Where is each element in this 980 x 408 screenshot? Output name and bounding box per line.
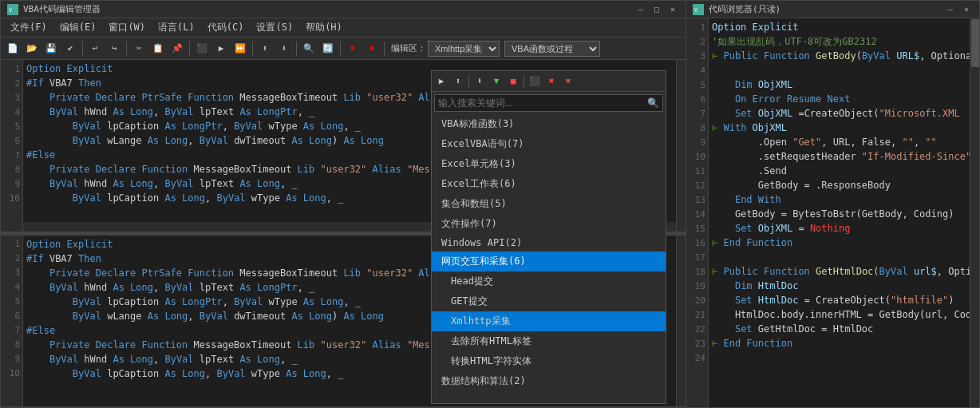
popup-tb-1[interactable]: ▶ (433, 73, 449, 89)
top-scrollbar-v[interactable] (676, 60, 686, 232)
cat-excel-vba[interactable]: ExcelVBA语句(7) (432, 134, 666, 154)
cat-excel-sheet[interactable]: Excel工作表(6) (432, 174, 666, 194)
r-line-9: .Open "Get", URL, False, "", "" (712, 135, 966, 149)
bottom-line-numbers: 1 2 3 4 5 6 7 8 9 10 (1, 236, 23, 407)
popup-tb-2[interactable]: ⬆ (450, 73, 466, 89)
search-input[interactable] (438, 97, 647, 109)
menu-help[interactable]: 帮助(H) (299, 19, 349, 37)
func-select[interactable]: VBA函数或过程 (504, 41, 600, 57)
bottom-scrollbar-v[interactable] (676, 236, 686, 407)
tb-insert[interactable]: ⬆ (256, 40, 274, 57)
right-title-bar: V 代码浏览器(只读) — ✕ (686, 1, 979, 18)
right-title-btns: — ✕ (944, 3, 973, 16)
tb-replace[interactable]: 🔄 (319, 40, 337, 57)
tb-cut[interactable]: ✂ (130, 40, 148, 57)
tb-search[interactable]: 🔍 (300, 40, 318, 57)
right-code-area: 1 2 3 4 5 6 7 8 9 10 11 12 13 14 15 16 1… (686, 18, 979, 407)
bottom-line-num-8: 8 (1, 338, 23, 352)
sub-xmlhttp[interactable]: Xmlhttp采集 (432, 311, 666, 331)
line-num-7: 7 (1, 148, 23, 162)
r-line-24 (712, 351, 966, 365)
tb-new[interactable]: 📄 (4, 40, 22, 57)
maximize-button[interactable]: □ (650, 3, 663, 16)
popup-tb-7[interactable]: ✖ (543, 73, 559, 89)
cat-vba-std[interactable]: VBA标准函数(3) (432, 114, 666, 134)
sub-get[interactable]: GET提交 (432, 291, 666, 311)
sub-convert-html[interactable]: 转换HTML字符实体 (432, 351, 666, 371)
tb-run[interactable]: ▶ (212, 40, 230, 57)
popup-panel: ▶ ⬆ ⬇ ▼ ■ ⬛ ✖ ✖ 🔍 VBA标准函数(3) ExcelVBA语句(… (431, 70, 666, 404)
line-num-8: 8 (1, 162, 23, 176)
tb-format[interactable]: ⬛ (193, 40, 211, 57)
menu-settings[interactable]: 设置(S) (250, 19, 299, 37)
tb-undo[interactable]: ↩ (86, 40, 104, 57)
bottom-line-num-7: 7 (1, 323, 23, 338)
tb-x2[interactable]: ✖ (363, 40, 381, 57)
popup-tb-6[interactable]: ⬛ (527, 73, 543, 89)
cat-collection[interactable]: 集合和数组(5) (432, 194, 666, 214)
bottom-line-num-6: 6 (1, 309, 23, 323)
menu-window[interactable]: 窗口(W) (102, 19, 152, 37)
r-ln-14: 14 (686, 207, 709, 221)
menu-bar: 文件(F) 编辑(E) 窗口(W) 语言(L) 代码(C) 设置(S) 帮助(H… (1, 18, 686, 38)
popup-tb-5[interactable]: ■ (505, 73, 521, 89)
editor-zone-select[interactable]: Xmlhttp采集 (428, 41, 500, 57)
tb-save[interactable]: 💾 (42, 40, 60, 57)
bottom-line-num-10: 10 (1, 366, 23, 381)
right-minimize-btn[interactable]: — (944, 3, 957, 16)
app-icon: V (7, 4, 18, 15)
toolbar-sep-5 (296, 42, 297, 56)
r-ln-18: 18 (686, 264, 709, 279)
cat-winapi[interactable]: Windows API(2) (432, 234, 666, 252)
right-panel: V 代码浏览器(只读) — ✕ 1 2 3 4 5 6 7 8 9 10 11 (686, 0, 980, 408)
popup-search-box[interactable]: 🔍 (434, 94, 663, 112)
line-num-9: 9 (1, 176, 23, 191)
right-code-content: Option Explicit '如果出现乱码，UTF-8可改为GB2312 ⊢… (709, 18, 970, 407)
toolbar-sep-4 (252, 42, 253, 56)
popup-sep-2 (524, 75, 524, 88)
minimize-button[interactable]: — (634, 3, 647, 16)
r-line-6: On Error Resume Next (712, 92, 966, 106)
tb-paste[interactable]: 📌 (168, 40, 186, 57)
top-line-numbers: 1 2 3 4 5 6 7 8 9 10 (1, 60, 23, 232)
r-ln-8: 8 (686, 121, 709, 135)
line-num-6: 6 (1, 133, 23, 148)
tb-redo[interactable]: ↪ (105, 40, 123, 57)
app-container: V VBA代码编辑管理器 — □ ✕ 文件(F) 编辑(E) 窗口(W) 语言(… (0, 0, 980, 408)
tb-open[interactable]: 📂 (23, 40, 41, 57)
menu-language[interactable]: 语言(L) (152, 19, 201, 37)
popup-tb-3[interactable]: ⬇ (472, 73, 488, 89)
tb-x1[interactable]: ✖ (344, 40, 362, 57)
r-ln-10: 10 (686, 149, 709, 164)
r-ln-20: 20 (686, 293, 709, 307)
line-num-2: 2 (1, 76, 23, 90)
bottom-line-num-3: 3 (1, 266, 23, 280)
right-line-numbers: 1 2 3 4 5 6 7 8 9 10 11 12 13 14 15 16 1… (686, 18, 709, 407)
cat-file[interactable]: 文件操作(7) (432, 214, 666, 234)
menu-code[interactable]: 代码(C) (201, 19, 251, 37)
tb-copy[interactable]: 📋 (149, 40, 167, 57)
r-ln-15: 15 (686, 221, 709, 236)
r-ln-12: 12 (686, 178, 709, 192)
toolbar-sep-7 (384, 42, 385, 56)
menu-file[interactable]: 文件(F) (4, 19, 53, 37)
sub-remove-html[interactable]: 去除所有HTML标签 (432, 331, 666, 351)
sub-head[interactable]: Head提交 (432, 271, 666, 291)
right-close-btn[interactable]: ✕ (960, 3, 973, 16)
tb-check[interactable]: ✔ (61, 40, 79, 57)
right-scrollbar-v[interactable] (970, 18, 979, 407)
cat-web[interactable]: 网页交互和采集(6) (432, 252, 666, 271)
tb-delete[interactable]: ⬇ (275, 40, 293, 57)
kw-option: Option (26, 63, 61, 74)
tb-run2[interactable]: ⏩ (231, 40, 249, 57)
cat-excel-cell[interactable]: Excel单元格(3) (432, 154, 666, 174)
popup-tb-4[interactable]: ▼ (488, 73, 504, 89)
menu-edit[interactable]: 编辑(E) (53, 19, 103, 37)
popup-list: VBA标准函数(3) ExcelVBA语句(7) Excel单元格(3) Exc… (432, 114, 666, 403)
cat-algo[interactable]: 数据结构和算法(2) (432, 371, 666, 391)
popup-tb-8[interactable]: ✖ (560, 73, 576, 89)
close-button[interactable]: ✕ (666, 3, 679, 16)
r-line-4 (712, 63, 966, 77)
r-ln-17: 17 (686, 250, 709, 264)
line-num-3: 3 (1, 90, 23, 105)
